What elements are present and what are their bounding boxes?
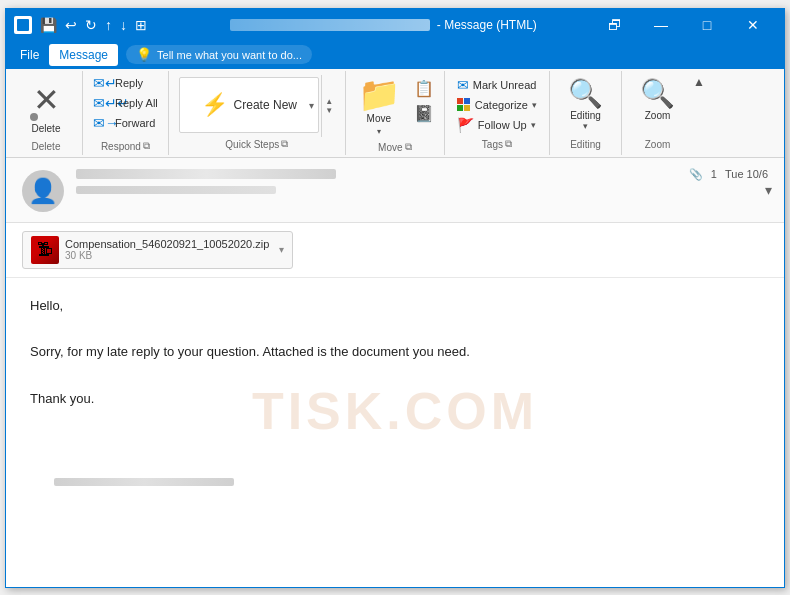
attachment-item[interactable]: 🗜 Compensation_546020921_10052020.zip 30… [22, 231, 293, 269]
reply-all-label: Reply All [115, 97, 158, 109]
sender-avatar: 👤 [22, 170, 64, 212]
body-line-2: Sorry, for my late reply to your questio… [30, 340, 760, 363]
restore-button[interactable]: 🗗 [592, 9, 638, 41]
ribbon-collapse-icon[interactable]: ▲ [693, 75, 705, 89]
delete-group-label: Delete [32, 139, 61, 153]
attachment-info: Compensation_546020921_10052020.zip 30 K… [65, 238, 269, 261]
quick-steps-dropdown-icon[interactable]: ▾ [309, 99, 314, 110]
categorize-button[interactable]: Categorize ▾ [451, 96, 543, 114]
save-icon[interactable]: 💾 [40, 17, 57, 33]
quick-steps-expand-icon[interactable]: ⧉ [281, 138, 288, 150]
ribbon-group-move: 📁 Move ▾ 📋 📓 Move ⧉ [346, 71, 445, 155]
quick-steps-label-row: Quick Steps ⧉ [177, 137, 337, 151]
forward-button[interactable]: ✉→ Forward [89, 113, 159, 133]
move-expand-icon[interactable]: ⧉ [405, 141, 412, 153]
attachment-row: 🗜 Compensation_546020921_10052020.zip 30… [6, 223, 784, 278]
nav-icon[interactable]: ⊞ [135, 17, 147, 33]
tags-group-label-row: Tags ⧉ [451, 137, 543, 151]
ribbon-group-delete: ✕ Delete Delete [10, 71, 83, 155]
reply-all-button[interactable]: ✉↵↵ Reply All [89, 93, 162, 113]
move-dropdown-icon[interactable]: ▾ [377, 127, 381, 136]
body-line-1: Hello, [30, 294, 760, 317]
mark-unread-icon: ✉ [457, 77, 469, 93]
delete-button[interactable]: ✕ Delete [20, 75, 72, 139]
forward-icon: ✉→ [93, 115, 111, 131]
lightning-icon: ⚡ [201, 92, 228, 118]
reply-button[interactable]: ✉↵ Reply [89, 73, 147, 93]
lightbulb-icon: 💡 [136, 47, 152, 62]
body-line-3: Thank you. [30, 387, 760, 410]
down-icon[interactable]: ↓ [120, 17, 127, 33]
follow-up-label: Follow Up [478, 119, 527, 131]
attachment-size: 30 KB [65, 250, 269, 261]
up-icon[interactable]: ↑ [105, 17, 112, 33]
delete-icon: ✕ [33, 81, 60, 119]
editing-label: Editing [570, 110, 601, 121]
tags-group-label: Tags [482, 137, 503, 151]
redo-icon[interactable]: ↻ [85, 17, 97, 33]
quick-steps-expand[interactable]: ▲▼ [321, 75, 337, 137]
ribbon-group-zoom: 🔍 Zoom Zoom [622, 71, 693, 155]
respond-group-label-row: Respond ⧉ [89, 139, 162, 153]
zoom-group-label: Zoom [645, 137, 671, 151]
onenote-button[interactable]: 📓 [410, 102, 438, 125]
person-icon [30, 113, 38, 121]
email-date: Tue 10/6 [725, 168, 768, 180]
zoom-label: Zoom [645, 110, 671, 121]
move-button[interactable]: 📁 Move ▾ [352, 73, 406, 140]
ribbon-content: ✕ Delete Delete ✉↵ Reply ✉↵↵ [6, 69, 784, 157]
quick-steps-create-new[interactable]: ⚡ Create New ▾ [179, 77, 319, 133]
move-group-label-row: Move ⧉ [352, 140, 438, 154]
close-button[interactable]: ✕ [730, 9, 776, 41]
move-buttons: 📁 Move ▾ 📋 📓 [352, 73, 438, 140]
categorize-dropdown-icon[interactable]: ▾ [532, 100, 537, 110]
menu-file[interactable]: File [10, 44, 49, 66]
title-bar-left: 💾 ↩ ↻ ↑ ↓ ⊞ - Message (HTML) [14, 16, 592, 34]
attachment-filename: Compensation_546020921_10052020.zip [65, 238, 269, 250]
undo-icon[interactable]: ↩ [65, 17, 77, 33]
onenote-icon: 📓 [414, 104, 434, 123]
expand-email-icon[interactable]: ▾ [765, 182, 772, 198]
respond-expand-icon[interactable]: ⧉ [143, 140, 150, 152]
tell-me-text: Tell me what you want to do... [157, 49, 302, 61]
attachment-count: 1 [711, 168, 717, 180]
move-label: Move [367, 113, 391, 125]
footer-line-blurred [54, 478, 234, 486]
app-icon [14, 16, 32, 34]
menu-message[interactable]: Message [49, 44, 118, 66]
zoom-button[interactable]: 🔍 Zoom [632, 75, 683, 123]
tags-expand-icon[interactable]: ⧉ [505, 138, 512, 150]
forward-label: Forward [115, 117, 155, 129]
email-meta-right: 📎 1 Tue 10/6 [689, 168, 768, 181]
editing-dropdown-icon[interactable]: ▾ [583, 121, 588, 131]
email-from-blurred [76, 169, 336, 179]
respond-group-label: Respond [101, 139, 141, 153]
attachment-dropdown-icon[interactable]: ▾ [279, 244, 284, 255]
rules-button[interactable]: 📋 [410, 77, 438, 100]
move-group-label: Move [378, 140, 402, 154]
mark-unread-button[interactable]: ✉ Mark Unread [451, 75, 543, 95]
maximize-button[interactable]: □ [684, 9, 730, 41]
minimize-button[interactable]: — [638, 9, 684, 41]
email-header: 👤 📎 1 Tue 10/6 ▾ [6, 158, 784, 223]
follow-up-dropdown-icon[interactable]: ▾ [531, 120, 536, 130]
reply-all-icon: ✉↵↵ [93, 95, 111, 111]
tags-buttons: ✉ Mark Unread Categorize ▾ [451, 73, 543, 137]
ribbon-collapse-area: ▲ [693, 71, 709, 155]
quick-steps-btn-inner: ⚡ Create New [201, 92, 297, 118]
categorize-icon [457, 98, 471, 112]
respond-buttons: ✉↵ Reply ✉↵↵ Reply All ✉→ Forward [89, 73, 162, 139]
reply-icon: ✉↵ [93, 75, 111, 91]
delete-group-label-row: Delete [32, 139, 61, 153]
reply-label: Reply [115, 77, 143, 89]
follow-up-button[interactable]: 🚩 Follow Up ▾ [451, 115, 543, 135]
mark-unread-label: Mark Unread [473, 79, 537, 91]
follow-up-icon: 🚩 [457, 117, 474, 133]
tell-me-box[interactable]: 💡 Tell me what you want to do... [126, 45, 312, 64]
title-bar: 💾 ↩ ↻ ↑ ↓ ⊞ - Message (HTML) 🗗 — □ ✕ [6, 9, 784, 41]
delete-label: Delete [32, 123, 61, 135]
main-window: 💾 ↩ ↻ ↑ ↓ ⊞ - Message (HTML) 🗗 — □ ✕ Fil… [5, 8, 785, 588]
zoom-icon: 🔍 [640, 77, 675, 110]
editing-button[interactable]: 🔍 Editing ▾ [560, 75, 611, 133]
title-text: - Message (HTML) [175, 18, 592, 32]
